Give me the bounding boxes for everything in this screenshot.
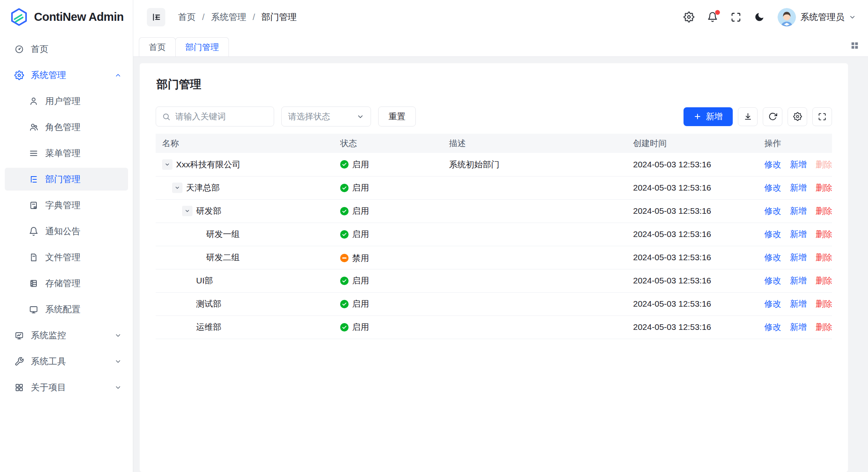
plus-icon [694, 112, 702, 121]
delete-link[interactable]: 删除 [816, 229, 832, 239]
edit-link[interactable]: 修改 [764, 183, 781, 192]
tabs: 首页部门管理 [139, 37, 229, 56]
dept-description [443, 176, 627, 199]
status-badge: 启用 [340, 205, 369, 217]
sidebar-item-dict-management[interactable]: 字典管理 [5, 194, 128, 217]
tab-部门管理[interactable]: 部门管理 [175, 37, 229, 56]
delete-link[interactable]: 删除 [816, 183, 832, 192]
chevron-up-icon [114, 72, 122, 79]
dept-description: 系统初始部门 [443, 153, 627, 176]
created-time: 2024-05-03 12:53:16 [627, 176, 758, 199]
status-badge: 禁用 [340, 253, 369, 264]
sidebar-item-storage-management[interactable]: 存储管理 [5, 272, 128, 295]
add-child-link[interactable]: 新增 [790, 276, 807, 285]
chevron-down-icon [357, 113, 364, 121]
add-child-link[interactable]: 新增 [790, 322, 807, 331]
edit-link[interactable]: 修改 [764, 276, 781, 285]
user-menu[interactable]: 系统管理员 [778, 8, 856, 26]
sidebar-item-label: 部门管理 [45, 173, 122, 185]
breadcrumb-item[interactable]: 系统管理 [211, 11, 246, 23]
fullscreen-icon[interactable] [731, 12, 741, 22]
edit-link[interactable]: 修改 [764, 229, 781, 239]
add-child-link[interactable]: 新增 [790, 206, 807, 215]
sidebar-item-label: 系统工具 [31, 356, 108, 368]
breadcrumb-separator: / [253, 12, 255, 22]
sidebar-item-system-tools[interactable]: 系统工具 [5, 350, 128, 373]
tab-grid-icon[interactable] [850, 41, 859, 50]
column-header: 创建时间 [627, 134, 758, 153]
status-badge: 启用 [340, 159, 369, 170]
row-expander-icon[interactable] [172, 183, 182, 193]
sidebar-item-role-management[interactable]: 角色管理 [5, 116, 128, 139]
status-check-icon [340, 160, 349, 169]
edit-link[interactable]: 修改 [764, 206, 781, 215]
dept-description [443, 315, 627, 339]
chevron-down-icon [114, 332, 122, 339]
delete-link[interactable]: 删除 [816, 322, 832, 331]
sidebar-item-notice[interactable]: 通知公告 [5, 220, 128, 243]
status-label: 启用 [352, 182, 369, 193]
download-icon [744, 112, 752, 121]
sidebar-item-system-monitor[interactable]: 系统监控 [5, 324, 128, 347]
app-logo[interactable]: ContiNew Admin [0, 0, 133, 34]
add-button[interactable]: 新增 [684, 107, 733, 126]
status-check-icon [340, 207, 349, 215]
add-child-link[interactable]: 新增 [790, 299, 807, 308]
dept-description [443, 199, 627, 223]
avatar [778, 8, 796, 26]
delete-link[interactable]: 删除 [816, 276, 832, 285]
fullscreen-icon [818, 112, 826, 121]
sidebar-item-dept-management[interactable]: 部门管理 [5, 168, 128, 191]
export-button[interactable] [738, 107, 758, 126]
status-label: 启用 [352, 159, 369, 170]
bell-icon [29, 227, 38, 236]
table-row: 研发部启用2024-05-03 12:53:16修改新增删除 [156, 199, 832, 223]
status-select[interactable]: 请选择状态 [281, 106, 371, 127]
settings-icon[interactable] [684, 12, 694, 22]
refresh-button[interactable] [763, 107, 782, 126]
table-row: Xxx科技有限公司启用系统初始部门2024-05-03 12:53:16修改新增… [156, 153, 832, 176]
delete-link[interactable]: 删除 [816, 299, 832, 308]
sidebar-item-home[interactable]: 首页 [5, 38, 128, 60]
edit-link[interactable]: 修改 [764, 160, 781, 169]
sidebar-item-user-management[interactable]: 用户管理 [5, 90, 128, 112]
delete-link[interactable]: 删除 [816, 206, 832, 215]
delete-link[interactable]: 删除 [816, 253, 832, 262]
sidebar-item-system-config[interactable]: 系统配置 [5, 298, 128, 321]
sidebar-collapse-button[interactable] [147, 8, 165, 26]
status-badge: 启用 [340, 229, 369, 240]
add-child-link[interactable]: 新增 [790, 183, 807, 192]
add-child-link[interactable]: 新增 [790, 253, 807, 262]
table-fullscreen-button[interactable] [812, 107, 832, 126]
dept-table-header: 名称状态描述创建时间操作 [156, 134, 832, 153]
sidebar-item-file-management[interactable]: 文件管理 [5, 246, 128, 269]
table-row: 研发二组禁用2024-05-03 12:53:16修改新增删除 [156, 246, 832, 269]
add-child-link[interactable]: 新增 [790, 229, 807, 239]
sidebar-item-about-project[interactable]: 关于项目 [5, 376, 128, 399]
grid-icon [14, 383, 24, 392]
edit-link[interactable]: 修改 [764, 253, 781, 262]
notification-bell-icon[interactable] [707, 12, 718, 22]
sidebar-item-system-management[interactable]: 系统管理 [5, 64, 128, 86]
delete-link: 删除 [816, 160, 832, 169]
tab-首页[interactable]: 首页 [139, 37, 176, 56]
dept-description [443, 269, 627, 292]
app-window: ContiNew Admin 首页系统管理用户管理角色管理菜单管理部门管理字典管… [0, 0, 868, 472]
breadcrumb-item[interactable]: 首页 [178, 11, 196, 23]
keyword-search-input[interactable] [174, 111, 268, 122]
column-settings-button[interactable] [788, 107, 807, 126]
add-child-link[interactable]: 新增 [790, 160, 807, 169]
created-time: 2024-05-03 12:53:16 [627, 292, 758, 315]
row-expander-icon[interactable] [182, 206, 192, 216]
sidebar-item-label: 角色管理 [45, 121, 122, 133]
dark-mode-moon-icon[interactable] [754, 12, 765, 22]
edit-link[interactable]: 修改 [764, 322, 781, 331]
sidebar-item-label: 系统监控 [31, 329, 108, 341]
edit-link[interactable]: 修改 [764, 299, 781, 308]
status-check-icon [340, 230, 349, 239]
search-icon [162, 112, 170, 121]
reset-button[interactable]: 重置 [378, 106, 416, 127]
breadcrumb-item[interactable]: 部门管理 [261, 11, 297, 23]
sidebar-item-menu-management[interactable]: 菜单管理 [5, 142, 128, 165]
row-expander-icon[interactable] [162, 159, 172, 170]
